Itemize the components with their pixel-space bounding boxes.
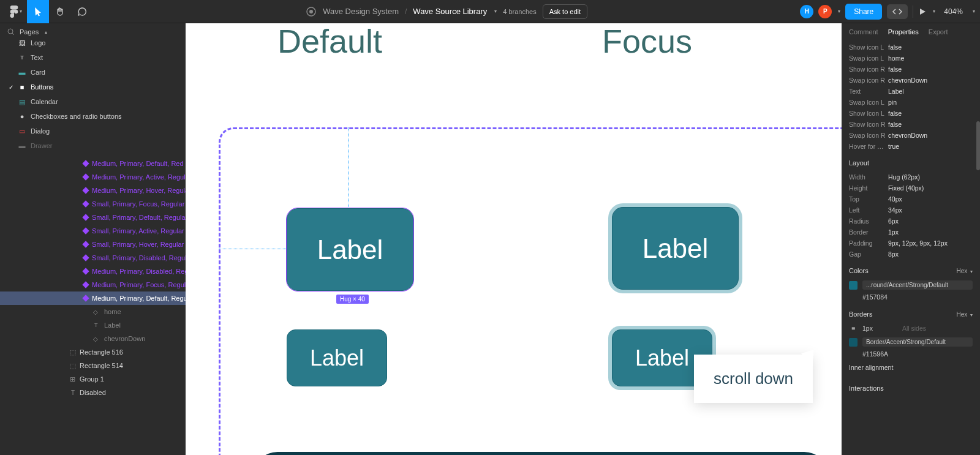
layout-row[interactable]: Border1px	[849, 227, 973, 238]
layer-item[interactable]: Medium, Primary, Default, Red (...	[0, 157, 186, 170]
prop-row[interactable]: Swap icon Lhome	[849, 53, 973, 64]
page-item-buttons[interactable]: ■Buttons	[0, 80, 186, 94]
comment-tool-button[interactable]	[71, 0, 93, 23]
tab-export[interactable]: Export	[929, 28, 948, 36]
button-default-small[interactable]: Label	[287, 329, 387, 386]
border-hex-value[interactable]: #11596A	[842, 349, 980, 361]
layer-item-rect514[interactable]: Rectangle 514	[0, 359, 186, 372]
text-icon: T	[18, 54, 26, 61]
dialog-icon: ▭	[18, 127, 26, 135]
page-item-dialog[interactable]: ▭Dialog	[0, 124, 186, 138]
pages-list: 🖼Logo TText ▬Card ■Buttons ▤Calendar ●Ch…	[0, 40, 186, 154]
layer-item[interactable]: Small, Primary, Hover, Regular	[0, 238, 186, 251]
layout-row[interactable]: Radius6px	[849, 216, 973, 227]
design-canvas[interactable]: Default Focus Label Hug × 40 Label Label…	[186, 23, 842, 455]
layer-item-selected[interactable]: Medium, Primary, Default, Regu...	[0, 291, 186, 305]
dev-mode-icon	[892, 7, 903, 16]
prop-row[interactable]: TextLabel	[849, 86, 973, 97]
layer-item[interactable]: Small, Primary, Focus, Regular	[0, 197, 186, 211]
collaborator-avatar-h[interactable]: H	[800, 5, 813, 18]
page-item-text[interactable]: TText	[0, 50, 186, 65]
layout-row[interactable]: WidthHug (62px)	[849, 171, 973, 182]
dev-mode-button[interactable]	[887, 4, 908, 19]
borders-heading-row: Borders Hex ▾	[842, 304, 980, 322]
prop-row[interactable]: Show icon Lfalse	[849, 42, 973, 53]
color-swatch[interactable]	[849, 281, 858, 290]
border-width: 1px	[862, 325, 873, 332]
button-default-medium[interactable]: Label	[287, 208, 413, 291]
move-tool-button[interactable]	[27, 0, 49, 23]
page-item-logo[interactable]: 🖼Logo	[0, 40, 186, 50]
border-token-name: Border/Accent/Strong/Default	[862, 337, 973, 347]
colors-heading: Colors	[849, 267, 869, 274]
prop-row[interactable]: Show icon Rfalse	[849, 64, 973, 75]
layer-item-group1[interactable]: Group 1	[0, 372, 186, 386]
collaborator-avatar-p[interactable]: P	[818, 5, 832, 18]
branches-indicator[interactable]: 4 branches	[503, 8, 536, 15]
pages-header[interactable]: Pages ▴	[0, 23, 186, 40]
layer-item-chevron[interactable]: chevronDown	[0, 332, 186, 345]
variant-properties-section: Show icon Lfalse Swap icon Lhome Show ic…	[842, 40, 980, 153]
right-panel: Comment Properties Export Show icon Lfal…	[842, 23, 980, 455]
share-button[interactable]: Share	[845, 4, 882, 20]
layer-item-home[interactable]: home	[0, 305, 186, 318]
layer-item-label[interactable]: Label	[0, 318, 186, 332]
ask-to-edit-button[interactable]: Ask to edit	[543, 4, 587, 19]
hand-tool-button[interactable]	[49, 0, 71, 23]
tab-comment[interactable]: Comment	[849, 28, 878, 36]
tab-properties[interactable]: Properties	[888, 28, 919, 36]
layout-row[interactable]: Gap8px	[849, 249, 973, 260]
prop-row[interactable]: Swap Icon RchevronDown	[849, 130, 973, 141]
layout-row[interactable]: Padding9px, 12px, 9px, 12px	[849, 238, 973, 249]
layer-item[interactable]: Medium, Primary, Focus, Regular	[0, 278, 186, 291]
image-icon: 🖼	[18, 40, 26, 47]
collaborators-caret[interactable]: ▾	[838, 9, 840, 14]
calendar-icon: ▤	[18, 98, 26, 105]
button-focus-medium[interactable]: Label	[612, 207, 739, 290]
layout-row[interactable]: Left34px	[849, 205, 973, 216]
layer-item[interactable]: Medium, Primary, Active, Regular	[0, 170, 186, 184]
layer-item-disabled[interactable]: Disabled	[0, 386, 186, 399]
zoom-caret[interactable]: ▾	[973, 9, 975, 14]
inner-alignment-row[interactable]: Inner alignment	[842, 361, 980, 374]
layer-item[interactable]: Medium, Primary, Disabled, Reg...	[0, 265, 186, 278]
project-name[interactable]: Wave Design System	[323, 7, 399, 16]
layer-item[interactable]: Small, Primary, Disabled, Regular	[0, 251, 186, 265]
file-menu-caret[interactable]: ▾	[494, 9, 497, 14]
layer-item[interactable]: Small, Primary, Default, Regular	[0, 211, 186, 224]
border-sides: All sides	[902, 325, 926, 332]
layer-item[interactable]: Medium, Primary, Hover, Regular	[0, 184, 186, 197]
drawer-icon: ▬	[18, 142, 26, 149]
page-item-drawer[interactable]: ▬Drawer	[0, 138, 186, 153]
color-hex-value[interactable]: #157084	[842, 292, 980, 304]
page-item-checkboxes[interactable]: ●Checkboxes and radio buttons	[0, 109, 186, 124]
prop-row[interactable]: Show Icon Lfalse	[849, 108, 973, 119]
interactions-heading: Interactions	[842, 378, 980, 396]
border-style-icon: ≡	[849, 324, 858, 333]
layout-row[interactable]: Top40px	[849, 194, 973, 205]
canvas-heading-default: Default	[277, 23, 382, 60]
prop-row[interactable]: Swap icon RchevronDown	[849, 75, 973, 86]
hex-label-borders[interactable]: Hex ▾	[956, 311, 973, 318]
border-width-row[interactable]: ≡ 1px All sides	[842, 322, 980, 335]
prop-row[interactable]: Hover for W...true	[849, 141, 973, 152]
border-swatch[interactable]	[849, 338, 858, 347]
prop-row[interactable]: Swap Icon Lpin	[849, 97, 973, 108]
zoom-level[interactable]: 404%	[940, 7, 967, 16]
page-item-card[interactable]: ▬Card	[0, 65, 186, 80]
vertical-guide	[349, 127, 349, 207]
layout-row[interactable]: HeightFixed (40px)	[849, 182, 973, 194]
present-icon[interactable]	[918, 7, 927, 16]
page-item-calendar[interactable]: ▤Calendar	[0, 94, 186, 109]
comment-icon	[77, 7, 87, 17]
file-name[interactable]: Wave Source Library	[413, 7, 487, 16]
layer-item[interactable]: Small, Primary, Active, Regular	[0, 224, 186, 238]
color-row[interactable]: ...round/Accent/Strong/Default	[842, 278, 980, 292]
size-badge: Hug × 40	[336, 295, 369, 304]
layer-item-rect516[interactable]: Rectangle 516	[0, 345, 186, 359]
right-panel-scrollbar[interactable]	[976, 121, 980, 170]
figma-menu-button[interactable]: ▾	[5, 0, 27, 23]
prop-row[interactable]: Show Icon Rfalse	[849, 119, 973, 130]
border-color-row[interactable]: Border/Accent/Strong/Default	[842, 335, 980, 349]
hex-label[interactable]: Hex ▾	[956, 268, 973, 274]
